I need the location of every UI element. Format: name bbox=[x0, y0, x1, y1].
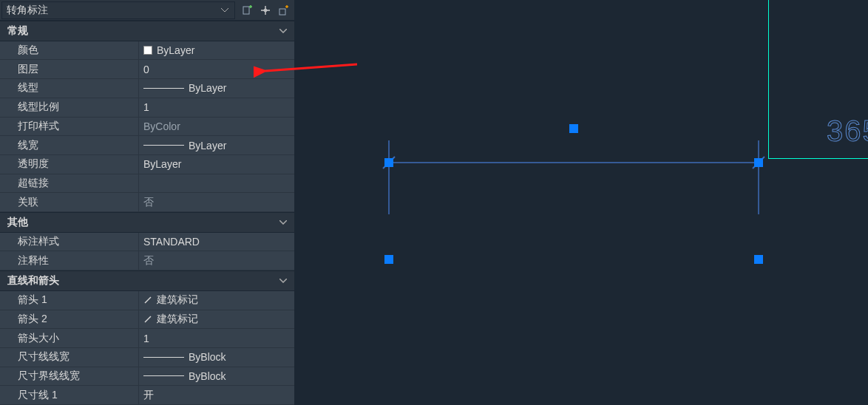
prop-arrow1-label: 箭头 1 bbox=[0, 291, 139, 310]
prop-dimlineweight-text: ByBlock bbox=[189, 351, 226, 363]
dimension-object[interactable] bbox=[376, 118, 775, 281]
prop-extlineweight-value[interactable]: ByBlock bbox=[139, 367, 294, 386]
svg-rect-11 bbox=[384, 158, 393, 167]
prop-plotstyle-label: 打印样式 bbox=[0, 118, 139, 136]
section-linesarrows-title: 直线和箭头 bbox=[7, 274, 59, 287]
object-type-selector[interactable]: 转角标注 bbox=[1, 1, 235, 19]
prop-dimstyle-value[interactable]: STANDARD bbox=[139, 233, 294, 251]
prop-associate-text: 否 bbox=[143, 196, 154, 209]
lineweight-sample-icon bbox=[143, 145, 184, 146]
prop-extlineweight[interactable]: 尺寸界线线宽 ByBlock bbox=[0, 367, 294, 387]
prop-color[interactable]: 颜色 ByLayer bbox=[0, 41, 294, 61]
prop-arrow1-value[interactable]: 建筑标记 bbox=[139, 291, 294, 310]
svg-line-3 bbox=[145, 297, 151, 303]
prop-associate-label: 关联 bbox=[0, 193, 139, 211]
prop-associate[interactable]: 关联 否 bbox=[0, 193, 294, 212]
drawing-canvas[interactable]: 3659 bbox=[294, 0, 868, 405]
prop-hyperlink-value[interactable] bbox=[139, 174, 294, 193]
prop-plotstyle[interactable]: 打印样式 ByColor bbox=[0, 118, 294, 137]
prop-annotative-label: 注释性 bbox=[0, 251, 139, 270]
lineweight-sample-icon bbox=[143, 357, 184, 358]
section-misc-header[interactable]: 其他 bbox=[0, 212, 294, 233]
prop-dimlineweight-label: 尺寸线线宽 bbox=[0, 348, 139, 367]
prop-transparency[interactable]: 透明度 ByLayer bbox=[0, 155, 294, 174]
prop-transparency-label: 透明度 bbox=[0, 155, 139, 174]
prop-hyperlink[interactable]: 超链接 bbox=[0, 174, 294, 194]
chevron-down-icon bbox=[278, 217, 288, 228]
prop-lineweight-label: 线宽 bbox=[0, 136, 139, 154]
prop-dimlineweight[interactable]: 尺寸线线宽 ByBlock bbox=[0, 348, 294, 367]
prop-layer-label: 图层 bbox=[0, 60, 139, 78]
prop-linetype-text: ByLayer bbox=[189, 82, 226, 94]
prop-dimline1-value[interactable]: 开 bbox=[139, 386, 294, 404]
prop-layer-text: 0 bbox=[143, 64, 149, 75]
prop-annotative-text: 否 bbox=[143, 254, 154, 268]
lineweight-sample-icon bbox=[143, 375, 184, 376]
prop-ltscale-text: 1 bbox=[143, 101, 149, 113]
prop-dimstyle-text: STANDARD bbox=[143, 236, 200, 248]
svg-line-4 bbox=[145, 316, 151, 322]
prop-arrowsize-label: 箭头大小 bbox=[0, 329, 139, 347]
prop-associate-value: 否 bbox=[139, 193, 294, 211]
prop-layer[interactable]: 图层 0 bbox=[0, 60, 294, 79]
prop-linetype[interactable]: 线型 ByLayer bbox=[0, 79, 294, 98]
prop-lineweight[interactable]: 线宽 ByLayer bbox=[0, 136, 294, 155]
prop-arrow2[interactable]: 箭头 2 建筑标记 bbox=[0, 310, 294, 330]
prop-lineweight-value[interactable]: ByLayer bbox=[139, 136, 294, 154]
prop-arrow1[interactable]: 箭头 1 建筑标记 bbox=[0, 291, 294, 310]
section-general-title: 常规 bbox=[7, 24, 28, 38]
prop-dimline1-label: 尺寸线 1 bbox=[0, 386, 139, 404]
dropdown-arrow-icon bbox=[220, 5, 230, 16]
svg-line-5 bbox=[265, 64, 357, 71]
architectural-tick-icon bbox=[143, 315, 152, 324]
prop-color-text: ByLayer bbox=[157, 44, 194, 56]
prop-ltscale-value[interactable]: 1 bbox=[139, 98, 294, 117]
prop-arrow2-text: 建筑标记 bbox=[157, 313, 198, 326]
prop-hyperlink-label: 超链接 bbox=[0, 174, 139, 193]
svg-rect-2 bbox=[279, 9, 285, 15]
prop-transparency-value[interactable]: ByLayer bbox=[139, 155, 294, 174]
svg-rect-14 bbox=[384, 255, 393, 264]
prop-extlineweight-label: 尺寸界线线宽 bbox=[0, 367, 139, 386]
svg-rect-15 bbox=[754, 255, 763, 264]
prop-ltscale[interactable]: 线型比例 1 bbox=[0, 98, 294, 118]
prop-arrowsize-text: 1 bbox=[143, 333, 149, 344]
prop-arrowsize[interactable]: 箭头大小 1 bbox=[0, 329, 294, 348]
prop-ltscale-label: 线型比例 bbox=[0, 98, 139, 117]
panel-toolbar bbox=[237, 2, 294, 18]
section-general-header[interactable]: 常规 bbox=[0, 21, 294, 41]
prop-plotstyle-text: ByColor bbox=[143, 120, 180, 132]
linetype-sample-icon bbox=[143, 88, 184, 89]
prop-color-value[interactable]: ByLayer bbox=[139, 41, 294, 60]
object-type-label: 转角标注 bbox=[7, 4, 220, 17]
svg-rect-0 bbox=[243, 7, 249, 14]
annotation-arrow bbox=[254, 58, 357, 87]
prop-plotstyle-value: ByColor bbox=[139, 118, 294, 136]
prop-extlineweight-text: ByBlock bbox=[189, 370, 226, 382]
prop-dimstyle-label: 标注样式 bbox=[0, 233, 139, 251]
prop-arrow2-value[interactable]: 建筑标记 bbox=[139, 310, 294, 329]
panel-header: 转角标注 bbox=[0, 0, 294, 21]
prop-arrowsize-value[interactable]: 1 bbox=[139, 329, 294, 347]
prop-dimstyle[interactable]: 标注样式 STANDARD bbox=[0, 233, 294, 252]
prop-dimlineweight-value[interactable]: ByBlock bbox=[139, 348, 294, 367]
chevron-down-icon bbox=[278, 276, 288, 286]
prop-linetype-label: 线型 bbox=[0, 79, 139, 98]
dimension-text[interactable]: 3659 bbox=[827, 115, 868, 148]
toggle-pick-add-icon[interactable] bbox=[240, 2, 256, 18]
svg-rect-12 bbox=[754, 158, 763, 167]
section-misc-title: 其他 bbox=[7, 216, 28, 229]
svg-rect-13 bbox=[569, 124, 578, 133]
chevron-down-icon bbox=[278, 26, 288, 36]
prop-annotative[interactable]: 注释性 否 bbox=[0, 251, 294, 270]
color-swatch-icon bbox=[143, 46, 152, 55]
prop-dimline1[interactable]: 尺寸线 1 开 bbox=[0, 386, 294, 405]
section-linesarrows-header[interactable]: 直线和箭头 bbox=[0, 270, 294, 291]
quick-select-icon[interactable] bbox=[275, 2, 291, 18]
architectural-tick-icon bbox=[143, 296, 152, 304]
prop-arrow1-text: 建筑标记 bbox=[157, 293, 198, 307]
properties-panel: 转角标注 常规 颜色 ByLayer 图层 bbox=[0, 0, 294, 405]
prop-annotative-value: 否 bbox=[139, 251, 294, 270]
select-objects-icon[interactable] bbox=[257, 2, 274, 18]
prop-lineweight-text: ByLayer bbox=[189, 140, 226, 152]
